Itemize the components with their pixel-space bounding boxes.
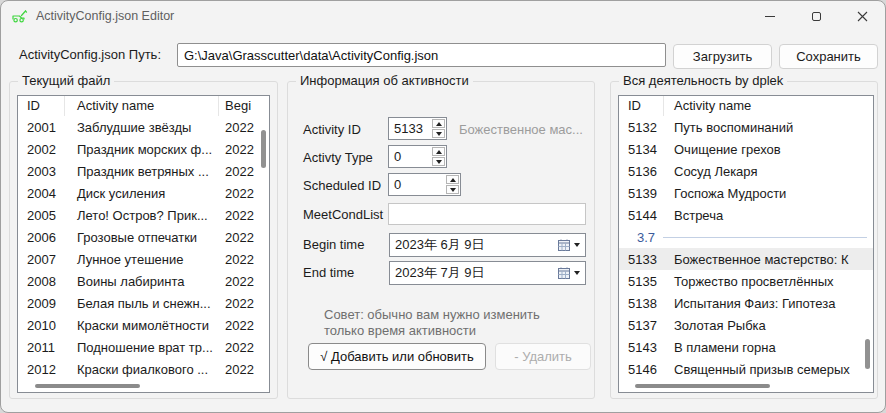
scheduled-id-label: Scheduled ID (303, 178, 381, 193)
activity-type-spinner[interactable]: 0 (388, 145, 447, 168)
cell-id: 2006 (18, 230, 65, 245)
add-or-update-button[interactable]: √ Добавить или обновить (308, 343, 486, 370)
path-label: ActivityConfig.json Путь: (19, 47, 161, 62)
close-button[interactable] (839, 1, 885, 31)
titlebar: ActivityConfig.json Editor (1, 1, 885, 31)
spinner-down-icon[interactable] (446, 185, 459, 194)
table-row[interactable]: 2004Диск усиления2022 (18, 182, 269, 204)
table-row[interactable]: 5143В пламени горна (619, 336, 873, 358)
column-header-id[interactable]: ID (18, 96, 65, 116)
table-row[interactable]: 2009Белая пыль и снежн...2022 (18, 292, 269, 314)
cell-name: Воины лабиринта (65, 274, 219, 289)
table-row[interactable]: 2005Лето! Остров? Прик...2022 (18, 204, 269, 226)
cell-id: 5133 (619, 252, 664, 267)
minimize-button[interactable] (747, 1, 793, 31)
dropdown-icon[interactable] (574, 271, 580, 275)
table-row[interactable]: 5135Торжество просветлённых (619, 270, 873, 292)
cell-id: 5132 (619, 120, 664, 135)
column-header-begin[interactable]: Begi (219, 96, 269, 116)
table-row[interactable]: 5144Встреча (619, 204, 873, 226)
table-row[interactable]: 2010Краски мимолётности2022 (18, 314, 269, 336)
table-row[interactable]: 2003Праздник ветряных ...2022 (18, 160, 269, 182)
table-row[interactable]: 2011Подношение врат тр...2022 (18, 336, 269, 358)
scrollbar-thumb[interactable] (635, 384, 770, 388)
spinner-up-icon[interactable] (446, 175, 459, 184)
current-file-vertical-scrollbar[interactable] (257, 117, 269, 380)
current-file-horizontal-scrollbar[interactable] (18, 381, 257, 392)
table-row[interactable]: 5134Очищение грехов (619, 138, 873, 160)
activity-info-group-title: Информация об активности (296, 73, 473, 88)
all-activities-group-title: Вся деятельность by dplek (619, 73, 787, 88)
cell-id: 2002 (18, 142, 65, 157)
cell-name: Торжество просветлённых (664, 274, 873, 289)
cell-name: Праздник ветряных ... (65, 164, 219, 179)
cell-name: Лунное утешение (65, 252, 219, 267)
end-time-picker[interactable]: 2023年 7月 9日 (389, 261, 586, 285)
table-row[interactable]: 5138Испытания Фаиз: Гипотеза (619, 292, 873, 314)
delete-button: - Удалить (495, 343, 591, 370)
window: ActivityConfig.json Editor ActivityConfi… (0, 0, 886, 413)
activity-id-spinner[interactable]: 5133 (388, 117, 447, 140)
scrollbar-thumb[interactable] (865, 339, 870, 369)
end-time-value: 2023年 7月 9日 (395, 264, 558, 282)
cell-id: 2004 (18, 186, 65, 201)
cell-id: 5144 (619, 208, 664, 223)
spinner-up-icon[interactable] (432, 147, 445, 156)
table-row[interactable]: 5146Священный призыв семерых (619, 358, 873, 380)
cell-id: 5146 (619, 362, 664, 377)
all-activities-vertical-scrollbar[interactable] (861, 117, 873, 380)
window-title: ActivityConfig.json Editor (36, 9, 174, 23)
meetcondlist-input[interactable] (388, 203, 586, 225)
cell-id: 2005 (18, 208, 65, 223)
scheduled-id-spinner[interactable]: 0 (388, 173, 461, 196)
activity-name-echo: Божественное мас... (459, 122, 589, 137)
activity-id-value[interactable]: 5133 (389, 118, 431, 139)
scheduled-id-value[interactable]: 0 (389, 174, 445, 195)
current-file-header: ID Activity name Begi (18, 96, 269, 116)
spinner-down-icon[interactable] (432, 129, 445, 138)
all-activities-horizontal-scrollbar[interactable] (619, 381, 861, 392)
current-file-group-title: Текущий файл (18, 73, 114, 88)
save-button[interactable]: Сохранить (779, 44, 878, 69)
column-header-activity-name[interactable]: Activity name (664, 96, 873, 116)
cell-id: 5135 (619, 274, 664, 289)
cell-id: 2001 (18, 120, 65, 135)
cell-id: 5143 (619, 340, 664, 355)
cell-id: 2007 (18, 252, 65, 267)
cell-name: Грозовые отпечатки (65, 230, 219, 245)
column-header-id[interactable]: ID (619, 96, 664, 116)
maximize-button[interactable] (793, 1, 839, 31)
scrollbar-thumb[interactable] (35, 384, 140, 388)
activity-type-value[interactable]: 0 (389, 146, 431, 167)
spinner-down-icon[interactable] (432, 157, 445, 166)
table-row[interactable]: 5136Сосуд Лекаря (619, 160, 873, 182)
cell-name: Лето! Остров? Прик... (65, 208, 219, 223)
caption-buttons (747, 1, 885, 31)
minimize-icon (765, 16, 775, 17)
table-row[interactable]: 2007Лунное утешение2022 (18, 248, 269, 270)
cell-name: Божественное мастерство: К (664, 252, 873, 267)
spinner-up-icon[interactable] (432, 119, 445, 128)
table-row[interactable]: 2006Грозовые отпечатки2022 (18, 226, 269, 248)
dropdown-icon[interactable] (574, 243, 580, 247)
column-header-activity-name[interactable]: Activity name (65, 96, 219, 116)
cell-id: 2012 (18, 362, 65, 377)
cell-name: Краски фиалкового ... (65, 362, 219, 377)
all-activities-header: ID Activity name (619, 96, 873, 116)
all-activities-list[interactable]: ID Activity name 5132Путь воспоминаний51… (618, 95, 874, 393)
scrollbar-thumb[interactable] (261, 130, 266, 168)
table-row[interactable]: 5137Золотая Рыбка (619, 314, 873, 336)
table-row[interactable]: 5133Божественное мастерство: К (619, 248, 873, 270)
table-row[interactable]: 2001Заблудшие звёзды2022 (18, 116, 269, 138)
table-row[interactable]: 5139Госпожа Мудрости (619, 182, 873, 204)
table-row[interactable]: 2008Воины лабиринта2022 (18, 270, 269, 292)
begin-time-picker[interactable]: 2023年 6月 9日 (389, 233, 586, 257)
end-time-label: End time (303, 265, 354, 280)
table-row[interactable]: 5132Путь воспоминаний (619, 116, 873, 138)
current-file-list[interactable]: ID Activity name Begi 2001Заблудшие звёз… (17, 95, 270, 393)
load-button[interactable]: Загрузить (673, 44, 772, 69)
path-input[interactable] (177, 43, 666, 67)
cell-name: Праздник морских ф... (65, 142, 219, 157)
table-row[interactable]: 2012Краски фиалкового ...2022 (18, 358, 269, 380)
table-row[interactable]: 2002Праздник морских ф...2022 (18, 138, 269, 160)
